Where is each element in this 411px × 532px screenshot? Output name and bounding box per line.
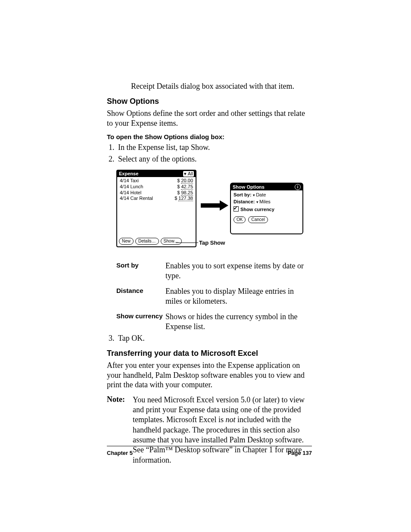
tap-show-callout: Tap Show: [199, 240, 225, 246]
show-button[interactable]: Show…: [161, 238, 182, 245]
def-term-distance: Distance: [116, 286, 165, 306]
info-icon[interactable]: i: [295, 184, 301, 190]
footer-chapter: Chapter 5: [107, 450, 133, 456]
expense-category[interactable]: ▾ All: [183, 171, 194, 177]
document-page: Receipt Details dialog box associated wi…: [0, 0, 411, 532]
show-options-description: Show Options define the sort order and o…: [107, 109, 312, 128]
arrow-icon: [201, 202, 228, 209]
step-1: In the Expense list, tap Show.: [116, 143, 312, 152]
list-item[interactable]: 4/14 Lunch$ 42.75: [120, 184, 193, 190]
details-button[interactable]: Details…: [135, 238, 159, 245]
expense-list: 4/14 Taxi$ 20.00 4/14 Lunch$ 42.75 4/14 …: [117, 177, 196, 202]
show-currency-checkbox[interactable]: [234, 206, 239, 212]
options-titlebar: Show Options i: [231, 184, 302, 190]
expense-title: Expense: [119, 171, 138, 177]
distance-dropdown[interactable]: Miles: [256, 199, 271, 204]
heading-show-options: Show Options: [107, 97, 312, 106]
step-2: Select any of the options.: [116, 155, 312, 164]
list-item[interactable]: 4/14 Taxi$ 20.00: [120, 178, 193, 184]
ok-button[interactable]: OK: [234, 216, 246, 223]
expense-titlebar: Expense ▾ All: [117, 171, 196, 177]
def-desc-showcurrency: Shows or hides the currency symbol in th…: [165, 312, 312, 331]
def-desc-sortby: Enables you to sort expense items by dat…: [165, 261, 312, 280]
steps-list: In the Expense list, tap Show. Select an…: [107, 143, 312, 164]
sortby-dropdown[interactable]: Date: [253, 192, 266, 197]
page-footer: Chapter 5 Page 137: [107, 450, 312, 456]
intro-text: Receipt Details dialog box associated wi…: [131, 82, 312, 91]
def-term-sortby: Sort by: [116, 261, 165, 280]
list-item[interactable]: 4/14 Car Rental$ 127.38: [120, 196, 193, 202]
figure-screenshots: Expense ▾ All 4/14 Taxi$ 20.00 4/14 Lunc…: [116, 170, 312, 250]
footer-page: Page 137: [288, 450, 312, 456]
options-definitions: Sort by Enables you to sort expense item…: [116, 261, 312, 331]
def-desc-distance: Enables you to display Mileage entries i…: [165, 286, 312, 306]
options-title: Show Options: [233, 184, 265, 190]
new-button[interactable]: New: [119, 238, 134, 245]
footer-rule: [107, 446, 312, 447]
list-item[interactable]: 4/14 Hotel$ 98.25: [120, 190, 193, 196]
heading-transfer-excel: Transferring your data to Microsoft Exce…: [107, 349, 312, 358]
show-options-dialog: Show Options i Sort by: Date Distance: M…: [230, 183, 303, 234]
howto-heading: To open the Show Options dialog box:: [107, 133, 312, 140]
cancel-button[interactable]: Cancel: [248, 216, 268, 223]
step-3: Tap OK.: [116, 334, 312, 343]
transfer-excel-body: After you enter your expenses into the E…: [107, 361, 312, 390]
steps-list-cont: Tap OK.: [107, 334, 312, 343]
def-term-showcurrency: Show currency: [116, 312, 165, 331]
expense-screen: Expense ▾ All 4/14 Taxi$ 20.00 4/14 Lunc…: [116, 170, 196, 247]
